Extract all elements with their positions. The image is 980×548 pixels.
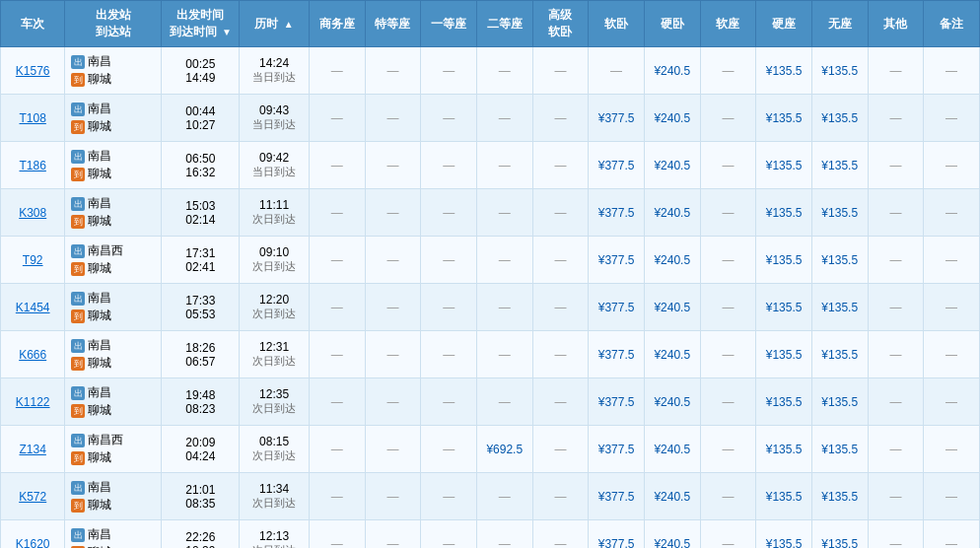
cell-train-number[interactable]: K1122 [1, 378, 65, 426]
cell-train-number[interactable]: T186 [1, 142, 65, 189]
train-number-link[interactable]: K1122 [16, 395, 50, 409]
arrival-time: 02:41 [185, 260, 215, 274]
cell-hard-sleep[interactable]: ¥240.5 [644, 142, 700, 189]
arrival-note: 次日到达 [244, 543, 305, 548]
train-number-link[interactable]: T186 [20, 159, 46, 172]
arrival-icon: 到 [71, 404, 85, 418]
cell-premium-sleep: — [532, 426, 589, 473]
cell-soft-sleep[interactable]: ¥377.5 [589, 473, 645, 520]
cell-no-seat[interactable]: ¥135.5 [811, 237, 868, 284]
cell-hard-seat[interactable]: ¥135.5 [756, 95, 812, 142]
arrival-station: 聊城 [88, 449, 111, 466]
train-number-link[interactable]: T92 [23, 253, 43, 267]
cell-stations: 出南昌到聊城 [65, 142, 162, 189]
cell-hard-sleep[interactable]: ¥240.5 [644, 284, 700, 331]
cell-soft-sleep[interactable]: ¥377.5 [589, 284, 645, 331]
col-header-duration[interactable]: 历时 ▲ [240, 1, 310, 47]
cell-hard-seat[interactable]: ¥135.5 [756, 378, 812, 426]
cell-hard-seat[interactable]: ¥135.5 [756, 47, 812, 95]
cell-times: 18:2606:57 [162, 331, 240, 378]
train-number-link[interactable]: Z134 [20, 443, 46, 456]
col-header-second: 二等座 [476, 1, 532, 47]
cell-hard-sleep[interactable]: ¥240.5 [644, 237, 700, 284]
duration-value: 12:20 [259, 293, 289, 307]
cell-train-number[interactable]: K666 [1, 331, 65, 378]
cell-soft-sleep[interactable]: ¥377.5 [589, 237, 645, 284]
train-number-link[interactable]: K1454 [16, 301, 50, 314]
cell-no-seat[interactable]: ¥135.5 [811, 95, 868, 142]
cell-no-seat[interactable]: ¥135.5 [811, 47, 868, 95]
departure-station: 南昌 [88, 479, 111, 496]
cell-hard-seat[interactable]: ¥135.5 [756, 142, 812, 189]
cell-duration: 08:15次日到达 [240, 426, 310, 473]
cell-soft-sleep[interactable]: ¥377.5 [589, 520, 645, 549]
table-row: K1122出南昌到聊城19:4808:2312:35次日到达—————¥377.… [1, 378, 980, 426]
arrival-time: 10:39 [185, 544, 215, 549]
cell-hard-seat[interactable]: ¥135.5 [756, 426, 812, 473]
cell-remark: — [924, 331, 980, 378]
cell-hard-sleep[interactable]: ¥240.5 [644, 520, 700, 549]
cell-no-seat[interactable]: ¥135.5 [811, 331, 868, 378]
train-number-link[interactable]: K308 [19, 206, 46, 220]
train-number-link[interactable]: K666 [19, 348, 46, 362]
cell-hard-seat[interactable]: ¥135.5 [756, 520, 812, 549]
cell-hard-seat[interactable]: ¥135.5 [756, 237, 812, 284]
col-header-deptime[interactable]: 出发时间到达时间 ▼ [162, 1, 240, 47]
col-header-spec: 特等座 [365, 1, 421, 47]
table-row: K308出南昌到聊城15:0302:1411:11次日到达—————¥377.5… [1, 189, 980, 237]
cell-soft-sleep[interactable]: ¥377.5 [589, 331, 645, 378]
cell-hard-sleep[interactable]: ¥240.5 [644, 426, 700, 473]
arrival-time: 08:35 [185, 497, 215, 511]
cell-hard-seat[interactable]: ¥135.5 [756, 331, 812, 378]
cell-hard-seat[interactable]: ¥135.5 [756, 189, 812, 237]
departure-icon: 出 [71, 55, 85, 69]
cell-other: — [868, 142, 924, 189]
cell-second[interactable]: ¥692.5 [476, 426, 532, 473]
cell-hard-sleep[interactable]: ¥240.5 [644, 378, 700, 426]
col-header-hard-seat: 硬座 [756, 1, 812, 47]
cell-hard-sleep[interactable]: ¥240.5 [644, 95, 700, 142]
arrival-note: 次日到达 [244, 259, 305, 274]
departure-icon: 出 [71, 150, 85, 164]
train-number-link[interactable]: K1576 [16, 64, 50, 78]
cell-train-number[interactable]: K1576 [1, 47, 65, 95]
cell-train-number[interactable]: T92 [1, 237, 65, 284]
cell-no-seat[interactable]: ¥135.5 [811, 189, 868, 237]
cell-soft-sleep[interactable]: ¥377.5 [589, 95, 645, 142]
cell-hard-seat[interactable]: ¥135.5 [756, 284, 812, 331]
cell-train-number[interactable]: K1620 [1, 520, 65, 549]
cell-train-number[interactable]: K572 [1, 473, 65, 520]
cell-duration: 09:10次日到达 [240, 237, 310, 284]
cell-train-number[interactable]: Z134 [1, 426, 65, 473]
train-number-link[interactable]: K572 [19, 490, 46, 504]
cell-soft-sleep[interactable]: ¥377.5 [589, 378, 645, 426]
cell-soft-sleep[interactable]: ¥377.5 [589, 142, 645, 189]
cell-duration: 11:34次日到达 [240, 473, 310, 520]
cell-no-seat[interactable]: ¥135.5 [811, 378, 868, 426]
cell-remark: — [924, 473, 980, 520]
cell-no-seat[interactable]: ¥135.5 [811, 142, 868, 189]
cell-no-seat[interactable]: ¥135.5 [811, 520, 868, 549]
cell-train-number[interactable]: T108 [1, 95, 65, 142]
col-header-soft-seat: 软座 [700, 1, 756, 47]
cell-no-seat[interactable]: ¥135.5 [811, 426, 868, 473]
cell-train-number[interactable]: K308 [1, 189, 65, 237]
train-number-link[interactable]: K1620 [16, 537, 50, 549]
cell-no-seat[interactable]: ¥135.5 [811, 473, 868, 520]
table-row: K666出南昌到聊城18:2606:5712:31次日到达—————¥377.5… [1, 331, 980, 378]
cell-hard-sleep[interactable]: ¥240.5 [644, 473, 700, 520]
train-number-link[interactable]: T108 [20, 111, 46, 125]
cell-soft-sleep[interactable]: ¥377.5 [589, 426, 645, 473]
cell-soft-sleep[interactable]: ¥377.5 [589, 189, 645, 237]
cell-duration: 12:31次日到达 [240, 331, 310, 378]
cell-soft-seat: — [700, 95, 756, 142]
cell-spec: — [365, 189, 421, 237]
cell-hard-sleep[interactable]: ¥240.5 [644, 189, 700, 237]
departure-station: 南昌西 [88, 432, 123, 448]
cell-hard-sleep[interactable]: ¥240.5 [644, 47, 700, 95]
cell-hard-sleep[interactable]: ¥240.5 [644, 331, 700, 378]
cell-hard-seat[interactable]: ¥135.5 [756, 473, 812, 520]
cell-train-number[interactable]: K1454 [1, 284, 65, 331]
cell-biz: — [309, 189, 365, 237]
cell-no-seat[interactable]: ¥135.5 [811, 284, 868, 331]
